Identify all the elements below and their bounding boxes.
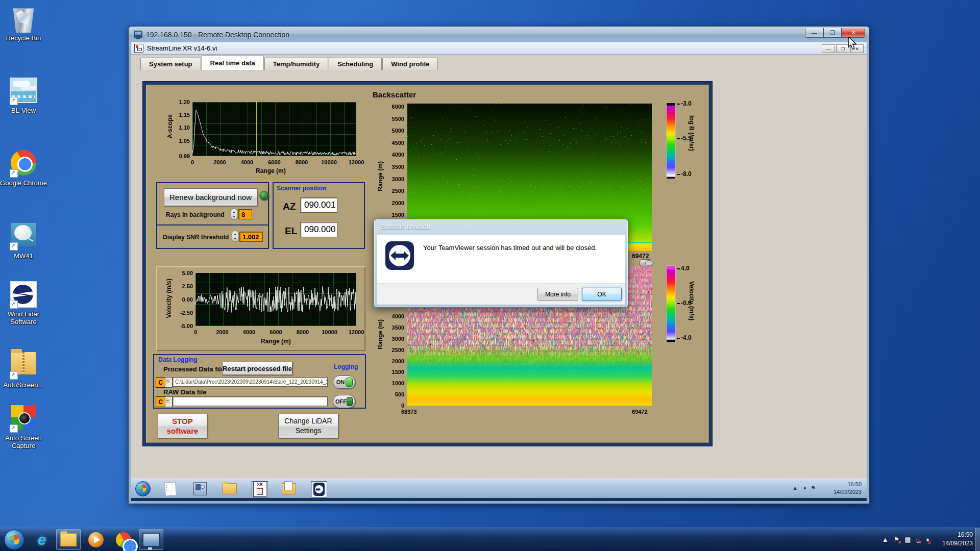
host-clock[interactable]: 16:50 14/09/2023 [942, 531, 973, 548]
remote-taskbar-folder[interactable] [222, 481, 237, 496]
rays-spinner[interactable]: ▲▼ [231, 209, 237, 220]
tab-temp-humidity[interactable]: Temp/humidity [264, 58, 328, 70]
az-value-field[interactable]: 090.001 [300, 197, 337, 213]
taskbar-windows-explorer[interactable] [56, 529, 81, 550]
velocity-yaxis-title: Velocity (m/s) [165, 279, 173, 318]
raw-browse-icon[interactable] [165, 396, 173, 407]
remote-volume-icon[interactable]: 🕨 [802, 485, 806, 491]
processed-logging-on-toggle[interactable]: ON [333, 375, 355, 389]
snr-spinner[interactable]: ▲▼ [232, 231, 238, 242]
maximize-button[interactable]: ❐ [823, 28, 842, 38]
session-timeout-dialog[interactable]: Session timeout! Your TeamViewer session… [374, 219, 628, 308]
velocity-heatmap-ytick: 0 [385, 403, 404, 409]
desktop-icon-mw41[interactable]: MW41 [0, 221, 52, 260]
rays-value-field[interactable]: 8 [238, 209, 252, 219]
tab-real-time-data[interactable]: Real time data [202, 56, 264, 70]
stop-software-button[interactable]: STOPsoftware [158, 414, 207, 438]
backscatter-yaxis-title: Range (m) [377, 161, 384, 191]
tray-volume-icon[interactable]: 🕨✕ [925, 536, 929, 544]
velocity-plot [195, 273, 356, 326]
remote-start-button[interactable] [135, 481, 151, 496]
ascope-ytick: 1.05 [175, 138, 190, 144]
start-button[interactable] [4, 530, 24, 550]
desktop-icon-zipfolder[interactable]: AutoScreen... [0, 349, 52, 389]
blview-icon [10, 78, 37, 105]
tab-system-setup[interactable]: System setup [140, 58, 201, 70]
desktop-icon-blview[interactable]: BL-View [0, 76, 52, 114]
restart-processed-file-button[interactable]: Restart processed file [222, 362, 292, 375]
taskbar-chrome[interactable] [111, 529, 136, 550]
remote-taskbar-files[interactable] [281, 481, 297, 496]
desktop-icon-asc[interactable]: Auto Screen Capture [0, 404, 52, 449]
dialog-message: Your TeamViewer session has timed out an… [423, 244, 618, 252]
remote-taskbar-streamline-xr[interactable]: XR [252, 481, 268, 497]
desktop-icon-windlidar[interactable]: Wind Lidar Software [0, 280, 52, 325]
raw-logging-off-toggle[interactable]: OFF [333, 395, 355, 408]
files-icon [282, 483, 296, 494]
shortcut-arrow-icon [10, 242, 18, 251]
streamline-titlebar[interactable]: StreamLine XR v14-6.vi — ❐ ✕ [131, 42, 867, 55]
processed-data-file-path[interactable]: C:\Lidar\Data\Proc\2023\202309\20230914\… [173, 377, 328, 387]
snr-value-field[interactable]: 1.002 [239, 232, 263, 242]
velocity-ytick: 0.00 [175, 296, 193, 303]
remote-taskbar[interactable]: XR ▲ 🕨 ⚑ 16:50 14/09/2023 [131, 479, 867, 498]
el-label: EL [285, 226, 297, 237]
tray-action-center-icon[interactable]: ⚑✕ [894, 536, 900, 543]
off-toggle-indicator [347, 397, 353, 406]
tray-clipboard-icon[interactable]: ▤ [904, 536, 911, 543]
ok-button[interactable]: OK [582, 288, 622, 301]
scanner-position-title: Scanner position [277, 185, 326, 192]
desktop-icon-chrome[interactable]: Google Chrome [0, 149, 52, 187]
raw-data-file-label: RAW Data file [163, 388, 207, 396]
heatmap-scale-toggle[interactable] [639, 259, 653, 267]
remote-taskbar-app[interactable] [192, 481, 208, 496]
teamviewer-logo-icon [385, 241, 414, 270]
remote-taskbar-teamviewer[interactable] [311, 481, 327, 497]
host-clock-time: 16:50 [942, 531, 973, 539]
az-label: AZ [283, 201, 296, 212]
velocity-xtick: 12000 [348, 329, 364, 335]
tab-wind-profile[interactable]: Wind profile [382, 58, 438, 70]
desktop-icon-recycle[interactable]: Recycle Bin [0, 5, 52, 42]
processed-drive-letter-box[interactable]: C [156, 377, 165, 388]
data-logging-title: Data Logging [158, 356, 198, 363]
rdp-computer-icon [134, 31, 142, 38]
desktop-icon-label: Wind Lidar Software [0, 310, 52, 325]
renew-background-button[interactable]: Renew background now [164, 188, 257, 206]
remote-clock[interactable]: 16:50 14/09/2023 [834, 481, 862, 496]
el-value-field[interactable]: 090.000 [300, 222, 337, 237]
mw41-icon [10, 223, 37, 251]
backscatter-ytick: 3000 [385, 176, 404, 182]
raw-data-file-path[interactable] [173, 396, 328, 406]
processed-browse-icon[interactable] [165, 377, 173, 388]
minimize-button[interactable]: — [805, 28, 823, 38]
taskbar-media-player[interactable] [84, 529, 108, 550]
streamline-window-title: StreamLine XR v14-6.vi [147, 44, 217, 52]
backscatter-colorbar-tick: -8.0 [681, 170, 692, 178]
remote-taskbar-notepad[interactable] [163, 481, 178, 496]
streamline-minimize-button[interactable]: — [822, 44, 835, 53]
remote-action-center-flag-icon[interactable]: ⚑ [811, 485, 816, 491]
remote-tray-expand-icon[interactable]: ▲ [792, 485, 798, 491]
tray-network-icon[interactable]: ▯✕ [916, 536, 920, 543]
remote-desktop-icon [142, 533, 160, 547]
more-info-button[interactable]: More info [537, 288, 578, 301]
host-taskbar[interactable]: e ▲ ⚑✕ ▤ ▯✕ 🕨✕ 16:50 14/09/2023 [0, 528, 980, 551]
show-desktop-button[interactable] [975, 528, 980, 551]
taskbar-internet-explorer[interactable]: e [30, 529, 54, 550]
change-lidar-settings-button[interactable]: Change LiDARSettings [278, 414, 338, 438]
desktop-icon-label: Recycle Bin [0, 34, 52, 42]
raw-drive-letter-box[interactable]: C [156, 396, 165, 407]
taskbar-remote-desktop[interactable] [139, 529, 163, 550]
chrome-icon [10, 150, 37, 178]
on-toggle-indicator [346, 378, 353, 387]
logging-title: Logging [334, 363, 358, 370]
velocity-heatmap-x-end: 69472 [632, 409, 648, 415]
renew-background-led [259, 191, 269, 201]
rdp-titlebar[interactable]: 192.168.0.150 - Remote Desktop Connectio… [129, 27, 869, 42]
tab-bar: System setupReal time dataTemp/humidityS… [140, 56, 438, 70]
tray-expand-icon[interactable]: ▲ [882, 536, 889, 543]
remote-clock-time: 16:50 [834, 481, 862, 488]
ascope-xtick: 8000 [293, 159, 310, 165]
tab-scheduling[interactable]: Scheduling [329, 58, 382, 70]
